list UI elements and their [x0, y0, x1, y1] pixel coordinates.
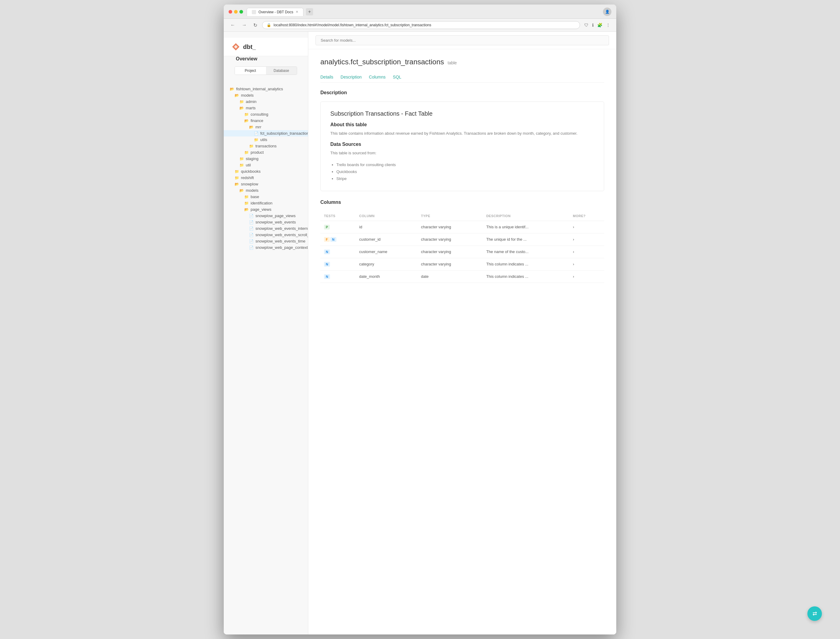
sidebar-tab-group: Project Database: [235, 67, 297, 75]
sidebar: dbt_ Overview Project Database 📂fishtown…: [224, 32, 308, 634]
table-row[interactable]: Pidcharacter varyingThis is a unique ide…: [320, 221, 604, 233]
table-row[interactable]: FNcustomer_idcharacter varyingThe unique…: [320, 233, 604, 245]
sidebar-item-models[interactable]: 📂models: [224, 92, 308, 99]
shield-icon[interactable]: 🛡: [583, 21, 590, 29]
sidebar-item-models[interactable]: 📂models: [224, 187, 308, 194]
sidebar-item-fishtown_internal_analytics[interactable]: 📂fishtown_internal_analytics: [224, 86, 308, 92]
folder-open-icon: 📂: [235, 93, 239, 97]
col-name: customer_id: [356, 233, 418, 245]
folder-icon: 📁: [254, 138, 259, 142]
dbt-logo: dbt_: [231, 42, 256, 52]
sidebar-item-snowplow_web_events[interactable]: 📄snowplow_web_events: [224, 219, 308, 225]
about-heading: About this table: [330, 122, 594, 127]
tab-columns[interactable]: Columns: [369, 72, 386, 83]
file-icon: 📄: [249, 214, 254, 218]
tree-item-label: page_views: [251, 207, 272, 212]
col-description: The unique id for the ...: [483, 233, 569, 245]
section-heading: Description: [320, 90, 604, 95]
tree-item-label: models: [241, 93, 254, 97]
table-row[interactable]: Ndate_monthdateThis column indicates ...…: [320, 270, 604, 283]
col-more-button[interactable]: ›: [569, 245, 604, 258]
minimize-button[interactable]: [234, 10, 238, 14]
page-badge: table: [448, 60, 457, 65]
sidebar-item-transactions[interactable]: 📁transactions: [224, 143, 308, 149]
tree-item-label: quickbooks: [241, 169, 260, 174]
sidebar-item-identification[interactable]: 📁identification: [224, 200, 308, 206]
tab-description[interactable]: Description: [341, 72, 362, 83]
close-button[interactable]: [229, 10, 232, 14]
info-icon[interactable]: ℹ: [591, 21, 595, 29]
col-more-button[interactable]: ›: [569, 258, 604, 270]
tree-item-label: staging: [246, 156, 259, 161]
address-bar[interactable]: 🔒 localhost:8080/index.html#!/model/mode…: [262, 21, 580, 29]
folder-icon: 📁: [235, 176, 239, 180]
col-header-description: DESCRIPTION: [483, 211, 569, 221]
sidebar-item-marts[interactable]: 📂marts: [224, 105, 308, 111]
sidebar-item-admin[interactable]: 📁admin: [224, 99, 308, 105]
sidebar-item-redshift[interactable]: 📁redshift: [224, 175, 308, 181]
sidebar-item-staging[interactable]: 📁staging: [224, 156, 308, 162]
sidebar-item-snowplow_page_views[interactable]: 📄snowplow_page_views: [224, 213, 308, 219]
col-type: character varying: [417, 221, 483, 233]
sidebar-tab-project[interactable]: Project: [235, 67, 266, 75]
profile-icon[interactable]: 👤: [603, 8, 611, 16]
forward-button[interactable]: →: [240, 22, 248, 29]
sidebar-item-snowplow[interactable]: 📂snowplow: [224, 181, 308, 187]
col-more-button[interactable]: ›: [569, 221, 604, 233]
address-text: localhost:8080/index.html#!/model/model.…: [273, 23, 575, 27]
refresh-button[interactable]: ↻: [251, 22, 259, 29]
browser-tab[interactable]: Overview - DBT Docs ✕: [247, 8, 303, 16]
tree-item-label: admin: [246, 99, 256, 104]
table-row[interactable]: Ncustomer_namecharacter varyingThe name …: [320, 245, 604, 258]
folder-open-icon: 📂: [249, 125, 254, 129]
col-more-button[interactable]: ›: [569, 270, 604, 283]
maximize-button[interactable]: [240, 10, 243, 14]
tab-sql[interactable]: SQL: [393, 72, 401, 83]
tree-item-label: fishtown_internal_analytics: [236, 87, 283, 91]
tree-item-label: snowplow_web_events: [256, 220, 296, 224]
sidebar-item-util[interactable]: 📁util: [224, 162, 308, 168]
sidebar-item-base[interactable]: 📁base: [224, 194, 308, 200]
sidebar-item-fct_subscription_transactions[interactable]: 📄fct_subscription_transactions: [224, 130, 308, 137]
test-badge-p: P: [324, 225, 330, 229]
browser-content: dbt_ Overview Project Database 📂fishtown…: [224, 32, 616, 634]
file-icon: 📄: [249, 233, 254, 237]
page-title: analytics.fct_subscription_transactions: [320, 58, 444, 66]
sidebar-item-consulting[interactable]: 📁consulting: [224, 111, 308, 118]
sidebar-item-page_views[interactable]: 📂page_views: [224, 206, 308, 213]
tab-details[interactable]: Details: [320, 72, 333, 83]
menu-icon[interactable]: ⋮: [605, 21, 611, 29]
col-tests: N: [320, 245, 356, 258]
col-more-button[interactable]: ›: [569, 233, 604, 245]
sidebar-item-snowplow_web_page_context[interactable]: 📄snowplow_web_page_context: [224, 244, 308, 251]
folder-open-icon: 📂: [235, 182, 239, 186]
tree-item-label: models: [246, 188, 259, 193]
back-button[interactable]: ←: [229, 22, 237, 29]
content-tabs: Details Description Columns SQL: [320, 72, 604, 83]
new-tab-button[interactable]: +: [306, 8, 313, 15]
sidebar-item-finance[interactable]: 📂finance: [224, 118, 308, 124]
tab-area: Overview - DBT Docs ✕ +: [247, 8, 599, 16]
sources-heading: Data Sources: [330, 141, 594, 147]
dbt-logo-svg: [231, 42, 241, 52]
col-type: character varying: [417, 245, 483, 258]
sources-intro: This table is sourced from:: [330, 150, 594, 156]
file-icon: 📄: [249, 220, 254, 224]
sidebar-item-product[interactable]: 📁product: [224, 149, 308, 156]
sidebar-item-snowplow_web_events_time[interactable]: 📄snowplow_web_events_time: [224, 238, 308, 244]
tab-close-icon[interactable]: ✕: [295, 10, 299, 14]
col-type: character varying: [417, 233, 483, 245]
sidebar-item-mrr[interactable]: 📂mrr: [224, 124, 308, 130]
table-row[interactable]: Ncategorycharacter varyingThis column in…: [320, 258, 604, 270]
extensions-icon[interactable]: 🧩: [596, 21, 603, 29]
search-input[interactable]: [316, 35, 609, 45]
sidebar-item-quickbooks[interactable]: 📁quickbooks: [224, 168, 308, 175]
folder-icon: 📁: [244, 150, 249, 155]
source-list-item: Stripe: [337, 175, 594, 182]
sidebar-item-snowplow_web_events_scroll_depth[interactable]: 📄snowplow_web_events_scroll_depth: [224, 232, 308, 238]
sidebar-tab-database[interactable]: Database: [266, 67, 297, 75]
tree-item-label: transactions: [256, 144, 276, 148]
sidebar-item-utils[interactable]: 📁utils: [224, 137, 308, 143]
col-tests: P: [320, 221, 356, 233]
sidebar-item-snowplow_web_events_internal_fixed[interactable]: 📄snowplow_web_events_internal_fixed: [224, 225, 308, 232]
